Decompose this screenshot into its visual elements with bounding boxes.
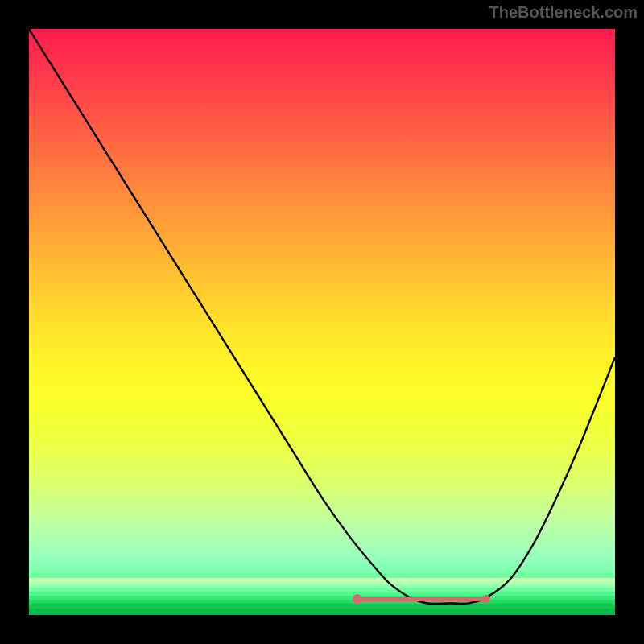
optimal-range-bar bbox=[357, 597, 486, 601]
optimal-range-endpoint bbox=[482, 595, 490, 603]
attribution-text: TheBottleneck.com bbox=[489, 3, 638, 22]
optimal-range-endpoint bbox=[353, 594, 362, 604]
plot-area bbox=[29, 29, 615, 615]
bottleneck-curve bbox=[29, 29, 615, 615]
